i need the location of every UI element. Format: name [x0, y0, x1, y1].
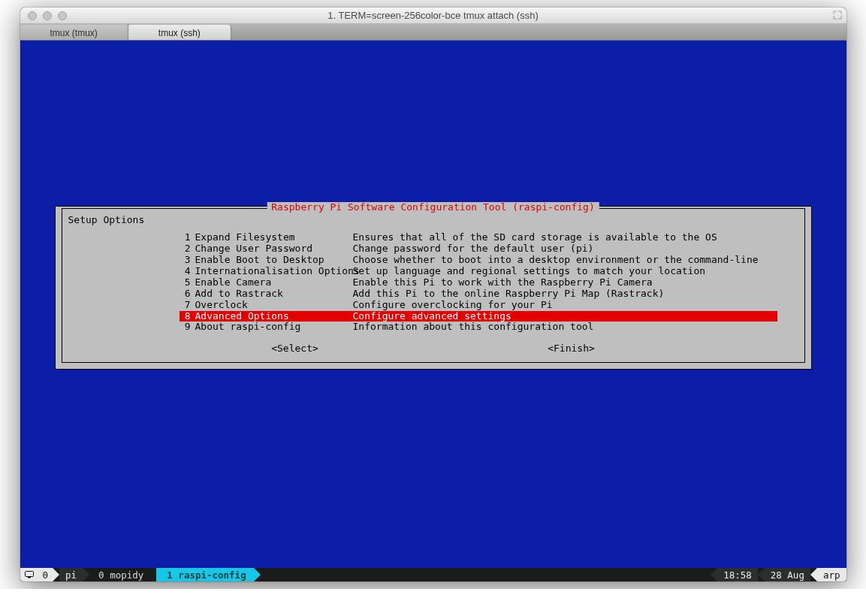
menu-item-internationalisation[interactable]: 4 Internationalisation Options Set up la…: [180, 266, 777, 277]
tmux-date: 28 Aug: [765, 568, 810, 581]
menu-item-num: 6: [180, 288, 191, 300]
powerline-arrow-icon: [83, 568, 89, 581]
raspi-config-dialog: Raspberry Pi Software Configuration Tool…: [55, 206, 812, 370]
tmux-time: 18:58: [717, 568, 758, 581]
terminal[interactable]: Raspberry Pi Software Configuration Tool…: [20, 41, 846, 581]
menu-item-num: 8: [180, 311, 191, 322]
menu-item-num: 5: [180, 277, 191, 288]
menu-item-num: 7: [180, 300, 191, 311]
window-title: 1. TERM=screen-256color-bce tmux attach …: [20, 10, 846, 21]
tab-tmux-tmux[interactable]: tmux (tmux): [20, 25, 128, 40]
menu-item-overclock[interactable]: 7 Overclock Configure overclocking for y…: [180, 300, 777, 311]
powerline-arrow-icon: [711, 568, 717, 581]
tmux-host-user: pi: [59, 568, 83, 581]
menu-item-change-password[interactable]: 2 Change User Password Change password f…: [180, 243, 777, 255]
powerline-arrow-icon: [254, 568, 261, 581]
finish-button[interactable]: <Finish>: [548, 343, 595, 355]
setup-options-label: Setup Options: [68, 215, 798, 226]
powerline-arrow-icon: [53, 568, 59, 581]
menu-item-rastrack[interactable]: 6 Add to Rastrack Add this Pi to the onl…: [180, 288, 777, 300]
menu-item-label: Overclock: [195, 300, 353, 311]
dialog-buttons: <Select> <Finish>: [67, 343, 800, 355]
tab-tmux-ssh[interactable]: tmux (ssh): [128, 25, 231, 40]
menu-item-expand-filesystem[interactable]: 1 Expand Filesystem Ensures that all of …: [180, 232, 777, 243]
dialog-title: Raspberry Pi Software Configuration Tool…: [267, 202, 599, 213]
menu-item-desc: Ensures that all of the SD card storage …: [353, 232, 777, 243]
svg-rect-0: [25, 572, 33, 577]
menu-item-desc: Information about this configuration too…: [353, 322, 777, 333]
menu-item-boot-desktop[interactable]: 3 Enable Boot to Desktop Choose whether …: [180, 255, 777, 266]
menu-item-num: 1: [180, 232, 191, 243]
titlebar: 1. TERM=screen-256color-bce tmux attach …: [20, 8, 846, 24]
tmux-hostname: arp: [817, 568, 846, 581]
menu-item-about[interactable]: 9 About raspi-config Information about t…: [180, 322, 777, 333]
powerline-arrow-icon: [758, 568, 765, 581]
tmux-window-active[interactable]: 1 raspi-config: [156, 568, 253, 581]
app-window: 1. TERM=screen-256color-bce tmux attach …: [20, 8, 846, 581]
menu-item-desc: Configure advanced settings: [353, 311, 777, 322]
tmux-session-index[interactable]: 0: [38, 568, 53, 581]
dialog-frame: Raspberry Pi Software Configuration Tool…: [62, 208, 805, 363]
tmux-statusbar: 0 pi 0 mopidy 1 raspi-config 18:58 28 Au…: [20, 568, 846, 581]
menu-item-desc: Enable this Pi to work with the Raspberr…: [353, 277, 777, 288]
tmux-status-right: 18:58 28 Aug arp: [711, 568, 846, 581]
menu-item-label: About raspi-config: [195, 322, 353, 333]
tab-bar: tmux (tmux) tmux (ssh): [20, 24, 846, 41]
menu-item-num: 3: [180, 255, 191, 266]
menu-item-desc: Change password for the default user (pi…: [353, 243, 777, 255]
menu-item-label: Change User Password: [195, 243, 353, 255]
menu-item-desc: Set up language and regional settings to…: [353, 266, 777, 277]
menu-item-label: Enable Boot to Desktop: [195, 255, 353, 266]
tmux-session-icon: [20, 568, 38, 581]
fullscreen-icon[interactable]: [833, 11, 842, 20]
menu-list: 1 Expand Filesystem Ensures that all of …: [180, 232, 777, 333]
select-button[interactable]: <Select>: [271, 343, 318, 355]
menu-item-num: 2: [180, 243, 191, 255]
menu-item-num: 9: [180, 322, 191, 333]
svg-rect-1: [28, 577, 31, 578]
menu-item-desc: Configure overclocking for your Pi: [353, 300, 777, 311]
menu-item-desc: Add this Pi to the online Raspberry Pi M…: [353, 288, 777, 300]
menu-item-advanced-options[interactable]: 8 Advanced Options Configure advanced se…: [180, 311, 777, 322]
tmux-window-inactive[interactable]: 0 mopidy: [89, 568, 149, 581]
menu-item-label: Expand Filesystem: [195, 232, 353, 243]
menu-item-label: Advanced Options: [195, 311, 353, 322]
menu-item-num: 4: [180, 266, 191, 277]
menu-item-label: Add to Rastrack: [195, 288, 353, 300]
menu-item-desc: Choose whether to boot into a desktop en…: [353, 255, 777, 266]
powerline-arrow-icon: [149, 568, 156, 581]
powerline-arrow-icon: [810, 568, 817, 581]
menu-item-enable-camera[interactable]: 5 Enable Camera Enable this Pi to work w…: [180, 277, 777, 288]
menu-item-label: Enable Camera: [195, 277, 353, 288]
menu-item-label: Internationalisation Options: [195, 266, 353, 277]
